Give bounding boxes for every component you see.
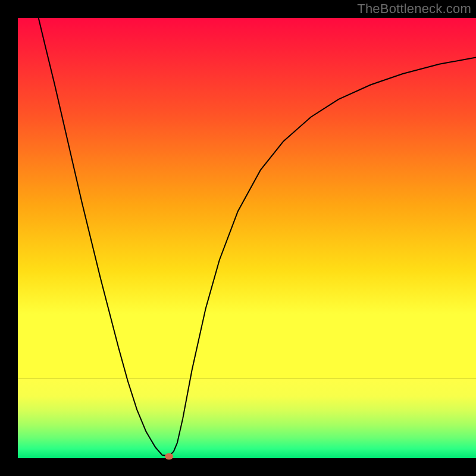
bottleneck-chart xyxy=(0,0,476,476)
optimum-marker xyxy=(165,453,173,460)
plot-background xyxy=(18,18,476,458)
chart-container: TheBottleneck.com xyxy=(0,0,476,476)
svg-rect-1 xyxy=(18,379,476,458)
watermark-text: TheBottleneck.com xyxy=(357,1,471,17)
